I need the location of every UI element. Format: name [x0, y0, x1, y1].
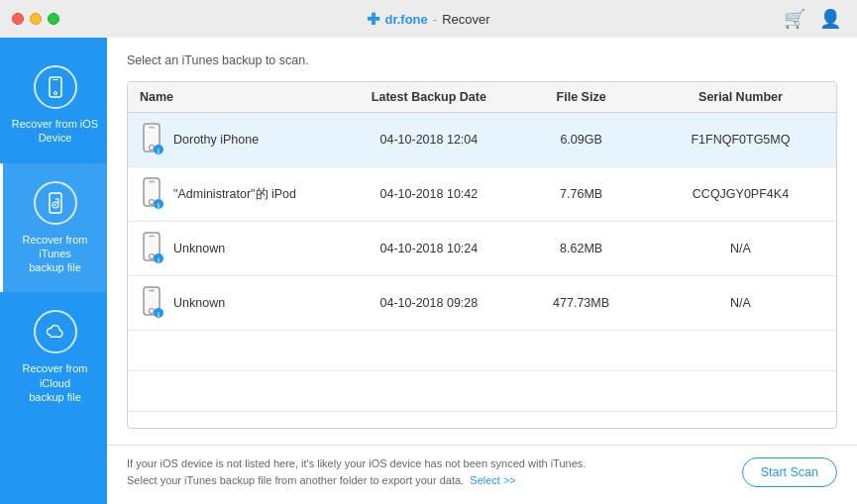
- cell-date: 04-10-2018 10:42: [341, 167, 518, 222]
- recover-ios-icon: [34, 65, 77, 109]
- minimize-button[interactable]: [30, 13, 42, 25]
- sidebar-item-recover-icloud[interactable]: Recover from iCloudbackup file: [0, 292, 107, 422]
- recover-itunes-label: Recover from iTunesbackup file: [11, 233, 99, 275]
- svg-text:i: i: [158, 256, 160, 263]
- product-name: Recover: [442, 12, 489, 27]
- logo-plus-icon: ✚: [367, 10, 379, 29]
- cell-serial: N/A: [645, 222, 836, 276]
- device-name: "Administrator"的 iPod: [173, 186, 296, 203]
- recover-icloud-icon: [34, 310, 77, 353]
- brand-name: dr.fone: [384, 12, 427, 27]
- maximize-button[interactable]: [48, 13, 59, 25]
- cell-name: i "Administrator"的 iPod: [128, 167, 341, 221]
- footer-text: If your iOS device is not listed here, i…: [127, 455, 586, 490]
- cell-serial: CCQJGY0PF4K4: [645, 167, 836, 222]
- empty-row: [128, 371, 836, 412]
- svg-rect-24: [149, 290, 155, 292]
- col-name: Name: [128, 82, 341, 113]
- svg-point-1: [54, 92, 56, 95]
- cell-date: 04-10-2018 10:24: [341, 222, 518, 276]
- cell-name: i Dorothy iPhone: [128, 113, 341, 166]
- footer: If your iOS device is not listed here, i…: [107, 445, 857, 504]
- table-row[interactable]: i Dorothy iPhone04-10-2018 12:046.09GBF1…: [128, 113, 836, 167]
- svg-rect-9: [149, 127, 155, 129]
- user-icon[interactable]: 👤: [819, 8, 841, 30]
- cart-icon[interactable]: 🛒: [784, 8, 805, 30]
- device-name: Unknown: [173, 296, 225, 310]
- main-area: Recover from iOSDevice Recover from iTun…: [0, 38, 857, 504]
- app-title: ✚ dr.fone - Recover: [367, 10, 489, 29]
- empty-row: [128, 412, 836, 429]
- col-size: File Size: [517, 82, 645, 113]
- svg-rect-14: [149, 181, 155, 183]
- svg-rect-3: [50, 193, 61, 213]
- sidebar-item-recover-itunes[interactable]: Recover from iTunesbackup file: [0, 163, 107, 293]
- footer-line1: If your iOS device is not listed here, i…: [127, 455, 586, 473]
- title-bar: ✚ dr.fone - Recover 🛒 👤: [0, 0, 857, 38]
- instruction-text: Select an iTunes backup to scan.: [127, 53, 837, 67]
- cell-size: 8.62MB: [517, 222, 645, 276]
- backup-table-container: Name Latest Backup Date File Size Serial…: [127, 81, 837, 429]
- sidebar: Recover from iOSDevice Recover from iTun…: [0, 38, 107, 504]
- sidebar-item-recover-ios[interactable]: Recover from iOSDevice: [0, 48, 107, 163]
- backup-table: Name Latest Backup Date File Size Serial…: [128, 82, 836, 429]
- col-date: Latest Backup Date: [341, 82, 518, 113]
- title-actions: 🛒 👤: [784, 8, 841, 30]
- empty-row: [128, 331, 836, 371]
- device-icon: i: [140, 123, 163, 156]
- cell-date: 04-10-2018 12:04: [341, 113, 518, 167]
- recover-itunes-icon: [34, 181, 77, 225]
- cell-size: 6.09GB: [517, 113, 645, 167]
- svg-point-5: [54, 204, 56, 206]
- table-header-row: Name Latest Backup Date File Size Serial…: [128, 82, 836, 113]
- recover-icloud-label: Recover from iCloudbackup file: [11, 361, 99, 404]
- title-separator: -: [433, 12, 437, 27]
- cell-serial: N/A: [645, 276, 836, 331]
- device-name: Dorothy iPhone: [173, 133, 259, 147]
- traffic-lights: [12, 13, 59, 25]
- content-inner: Select an iTunes backup to scan. Name La…: [107, 38, 857, 445]
- svg-text:i: i: [158, 202, 160, 209]
- cell-serial: F1FNQF0TG5MQ: [645, 113, 836, 167]
- cell-name: i Unknown: [128, 276, 341, 330]
- cell-name: i Unknown: [128, 222, 341, 275]
- svg-rect-2: [53, 79, 58, 80]
- start-scan-button[interactable]: Start Scan: [742, 457, 837, 487]
- svg-text:i: i: [158, 148, 160, 154]
- device-icon: i: [140, 177, 163, 211]
- svg-rect-19: [149, 236, 155, 238]
- cell-date: 04-10-2018 09:28: [341, 276, 518, 331]
- device-icon: i: [140, 286, 163, 320]
- table-row[interactable]: i "Administrator"的 iPod04-10-2018 10:427…: [128, 167, 836, 222]
- content-area: Select an iTunes backup to scan. Name La…: [107, 38, 857, 504]
- footer-line2: Select your iTunes backup file from anot…: [127, 474, 464, 486]
- select-folder-link[interactable]: Select >>: [470, 474, 515, 486]
- cell-size: 477.73MB: [517, 276, 645, 331]
- recover-ios-label: Recover from iOSDevice: [12, 117, 98, 146]
- cell-size: 7.76MB: [517, 167, 645, 222]
- svg-text:i: i: [158, 311, 160, 318]
- device-name: Unknown: [173, 242, 225, 255]
- table-row[interactable]: i Unknown04-10-2018 09:28477.73MBN/A: [128, 276, 836, 331]
- table-row[interactable]: i Unknown04-10-2018 10:248.62MBN/A: [128, 222, 836, 276]
- close-button[interactable]: [12, 13, 24, 25]
- device-icon: i: [140, 232, 163, 265]
- col-serial: Serial Number: [645, 82, 836, 113]
